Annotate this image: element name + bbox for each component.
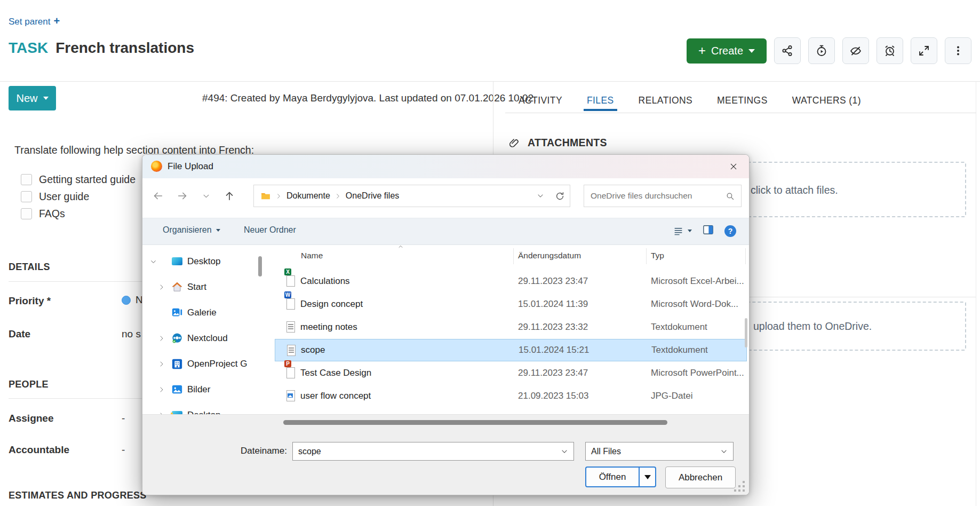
- help-button[interactable]: ?: [724, 225, 736, 237]
- chevron-right-icon[interactable]: [158, 335, 166, 342]
- column-header-name[interactable]: Name: [301, 251, 323, 260]
- chevron-down-icon[interactable]: [150, 258, 157, 265]
- checkbox[interactable]: [21, 174, 32, 185]
- checkbox[interactable]: [21, 208, 32, 219]
- nextcloud-icon: [171, 333, 183, 344]
- preview-pane-button[interactable]: [703, 225, 714, 237]
- fullscreen-button[interactable]: [911, 37, 937, 64]
- arrow-right-icon: [177, 190, 188, 202]
- address-bar[interactable]: Dokumente OneDrive files: [253, 185, 570, 207]
- tab-meetings[interactable]: MEETINGS: [717, 90, 768, 111]
- tree-item-start[interactable]: Start: [142, 279, 265, 295]
- horizontal-scrollbar[interactable]: [283, 420, 667, 425]
- tab-watchers[interactable]: WATCHERS (1): [792, 90, 861, 111]
- checkbox[interactable]: [21, 191, 32, 202]
- chevron-right-icon[interactable]: [158, 361, 166, 367]
- chevron-right-icon[interactable]: [158, 284, 166, 290]
- chevron-down-icon: [748, 49, 755, 53]
- resize-grip[interactable]: [743, 481, 745, 483]
- file-row-meeting-notes[interactable]: meeting notes 29.11.2023 23:32 Textdokum…: [275, 316, 747, 338]
- attachments-heading: ATTACHMENTS: [508, 137, 607, 149]
- share-button[interactable]: [774, 37, 801, 64]
- file-row-calculations[interactable]: X Calculations 29.11.2023 23:47 Microsof…: [275, 270, 747, 292]
- assignee-value[interactable]: -: [122, 413, 125, 424]
- filetype-combobox[interactable]: All Files: [585, 442, 734, 461]
- kebab-menu-icon: [952, 44, 965, 57]
- header-actions: + Create: [687, 37, 971, 64]
- file-row-design-concept[interactable]: W Design concept 15.01.2024 11:39 Micros…: [275, 293, 747, 315]
- tab-activity[interactable]: ACTIVITY: [519, 90, 562, 111]
- file-row-test-case-design[interactable]: P Test Case Design 29.11.2023 23:47 Micr…: [275, 362, 747, 384]
- new-folder-button[interactable]: Neuer Ordner: [244, 225, 296, 235]
- filename-input[interactable]: [293, 447, 561, 456]
- time-tracking-button[interactable]: [808, 37, 835, 64]
- dialog-titlebar[interactable]: File Upload: [142, 155, 749, 178]
- close-button[interactable]: [724, 158, 743, 175]
- column-header-type[interactable]: Typ: [651, 251, 664, 260]
- chevron-down-icon: [561, 448, 568, 455]
- chevron-down-icon: [720, 448, 728, 455]
- pictures-icon: [171, 384, 183, 396]
- set-parent-link[interactable]: Set parent+: [9, 15, 60, 27]
- priority-value[interactable]: N: [122, 294, 143, 306]
- header-divider: [0, 81, 980, 82]
- assignee-label: Assignee: [9, 413, 53, 424]
- page-title: TASK French translations: [9, 39, 194, 57]
- building-icon: [171, 358, 183, 370]
- date-label: Date: [9, 328, 30, 340]
- unwatch-button[interactable]: [842, 37, 869, 64]
- chevron-right-icon[interactable]: [158, 386, 166, 393]
- up-button[interactable]: [220, 187, 238, 205]
- create-button[interactable]: + Create: [687, 38, 767, 64]
- panel-right-edge: [976, 81, 976, 506]
- forward-button[interactable]: [173, 187, 192, 205]
- status-dropdown[interactable]: New: [9, 86, 56, 110]
- chevron-down-icon: [43, 97, 49, 100]
- open-split-dropdown[interactable]: [639, 468, 655, 486]
- detail-tabs: ACTIVITY FILES RELATIONS MEETINGS WATCHE…: [519, 90, 861, 111]
- organize-menu[interactable]: Organisieren: [163, 225, 220, 235]
- tab-files[interactable]: FILES: [587, 90, 614, 111]
- view-mode-button[interactable]: [673, 226, 692, 236]
- dialog-footer: Dateiname: All Files Öffnen Abbrechen: [142, 414, 749, 495]
- sidebar-scrollbar[interactable]: [258, 256, 262, 276]
- paperclip-icon: [508, 137, 520, 149]
- tree-item-openproject[interactable]: OpenProject G: [142, 356, 265, 372]
- recent-locations-button[interactable]: [198, 187, 214, 205]
- tab-relations[interactable]: RELATIONS: [639, 90, 693, 111]
- column-divider[interactable]: [646, 248, 647, 264]
- column-divider[interactable]: [513, 248, 514, 264]
- back-button[interactable]: [149, 187, 167, 205]
- refresh-button[interactable]: [549, 187, 570, 205]
- reminder-button[interactable]: [877, 37, 903, 64]
- people-heading: PEOPLE: [9, 379, 49, 390]
- tree-item-bilder[interactable]: Bilder: [142, 382, 265, 398]
- filename-combobox[interactable]: [292, 442, 574, 461]
- date-value[interactable]: no s: [122, 328, 141, 340]
- tree-item-desktop[interactable]: Desktop: [142, 254, 265, 270]
- cancel-button[interactable]: Abbrechen: [665, 467, 736, 488]
- list-scrollbar[interactable]: [745, 318, 747, 347]
- column-divider[interactable]: [745, 248, 746, 264]
- work-package-title: French translations: [55, 39, 194, 57]
- more-options-button[interactable]: [945, 37, 971, 64]
- search-box[interactable]: [584, 185, 742, 207]
- tree-item-nextcloud[interactable]: Nextcloud: [142, 330, 265, 346]
- file-row-user-flow-concept[interactable]: user flow concept 21.09.2023 15:03 JPG-D…: [275, 385, 747, 407]
- address-dropdown-button[interactable]: [531, 187, 549, 205]
- breadcrumb-onedrive-files[interactable]: OneDrive files: [346, 191, 399, 201]
- firefox-icon: [151, 161, 162, 172]
- list-view-icon: [673, 226, 683, 236]
- accountable-value[interactable]: -: [122, 444, 125, 456]
- work-package-type: TASK: [9, 39, 48, 57]
- tree-item-galerie[interactable]: Galerie: [142, 305, 265, 321]
- file-row-scope[interactable]: scope 15.01.2024 15:21 Textdokument: [275, 339, 747, 361]
- priority-label: Priority *: [9, 295, 51, 307]
- column-header-date[interactable]: Änderungsdatum: [518, 251, 581, 260]
- chevron-down-icon: [216, 229, 220, 232]
- open-button[interactable]: Öffnen: [585, 467, 656, 487]
- chevron-down-icon: [537, 192, 544, 200]
- breadcrumb-dokumente[interactable]: Dokumente: [286, 191, 330, 201]
- filename-label: Dateiname:: [241, 446, 287, 456]
- search-input[interactable]: [584, 191, 726, 201]
